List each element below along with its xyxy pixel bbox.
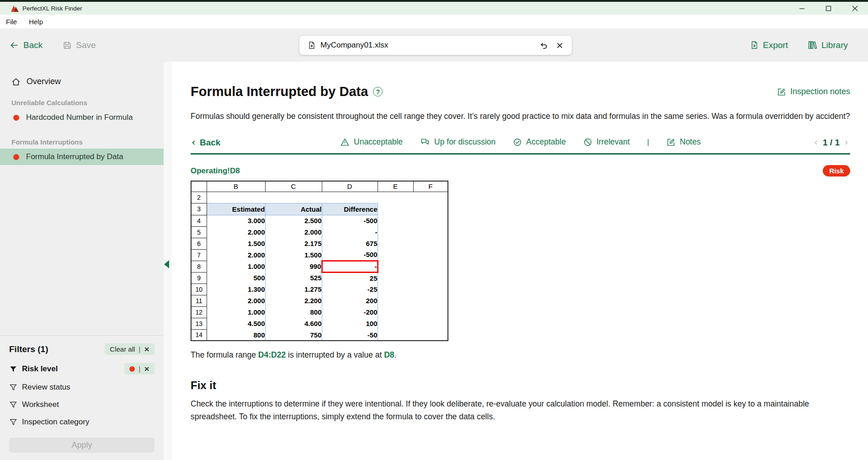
spreadsheet-cell: 2.200 bbox=[265, 295, 322, 306]
empty-cell bbox=[378, 318, 413, 329]
spreadsheet-cell: 800 bbox=[207, 329, 265, 341]
sidebar-collapse-handle[interactable] bbox=[164, 260, 169, 268]
empty-cell bbox=[378, 249, 413, 261]
spreadsheet-cell: -500 bbox=[322, 249, 378, 261]
undo-icon[interactable] bbox=[539, 41, 548, 50]
empty-cell bbox=[413, 203, 448, 215]
export-excel-icon bbox=[750, 40, 759, 50]
open-file-pill[interactable]: MyCompany01.xlsx bbox=[299, 36, 572, 55]
page-prev-icon[interactable] bbox=[813, 139, 819, 146]
risk-filter-close-icon[interactable]: ✕ bbox=[144, 365, 149, 373]
spreadsheet-table: BCDEF23EstimatedActualDifference43.0002.… bbox=[191, 181, 448, 341]
risk-dot-icon bbox=[13, 115, 19, 121]
empty-cell bbox=[378, 283, 413, 295]
main-content: Formula Interrupted by Data ? Inspection… bbox=[172, 62, 868, 460]
spreadsheet-cell: 2.000 bbox=[207, 249, 265, 261]
filter-worksheet[interactable]: Worksheet bbox=[9, 400, 154, 409]
pagination: 1 / 1 bbox=[813, 138, 849, 148]
empty-cell bbox=[378, 203, 413, 215]
help-icon[interactable]: ? bbox=[373, 87, 383, 96]
cell-reference[interactable]: Operating!D8 bbox=[191, 166, 823, 176]
apply-button[interactable]: Apply bbox=[9, 438, 154, 453]
filter-inspection-category[interactable]: Inspection category bbox=[9, 417, 154, 427]
fix-it-body: Check the interruptions to determine if … bbox=[191, 398, 850, 423]
empty-cell bbox=[378, 329, 413, 341]
clear-all-close-icon[interactable]: ✕ bbox=[144, 346, 149, 353]
column-letter: E bbox=[378, 181, 413, 192]
menu-file[interactable]: File bbox=[6, 18, 17, 26]
empty-cell bbox=[413, 295, 448, 306]
chat-bubbles-icon bbox=[420, 138, 430, 147]
spreadsheet-cell: 100 bbox=[322, 318, 378, 329]
spreadsheet-body: BCDEF23EstimatedActualDifference43.0002.… bbox=[191, 181, 448, 341]
review-action-bar: Back Unacceptable Up for discussion Acce… bbox=[191, 137, 850, 155]
row-number: 12 bbox=[191, 306, 207, 318]
up-for-discussion-button[interactable]: Up for discussion bbox=[420, 137, 495, 147]
spreadsheet-cell: 525 bbox=[265, 272, 322, 283]
check-circle-icon bbox=[513, 138, 522, 147]
row-number: 8 bbox=[191, 261, 207, 272]
inspection-notes-button[interactable]: Inspection notes bbox=[777, 87, 850, 96]
risk-dot-icon bbox=[129, 366, 135, 372]
back-button[interactable]: Back bbox=[9, 40, 43, 50]
empty-cell bbox=[207, 192, 448, 203]
empty-cell bbox=[378, 306, 413, 318]
empty-cell bbox=[378, 226, 413, 238]
empty-cell bbox=[413, 272, 448, 283]
warning-triangle-icon bbox=[340, 138, 350, 147]
risk-badge: Risk bbox=[823, 165, 850, 177]
spreadsheet-cell: Estimated bbox=[207, 203, 265, 215]
review-back-button[interactable]: Back bbox=[191, 138, 220, 148]
export-button[interactable]: Export bbox=[750, 40, 788, 50]
page-next-icon[interactable] bbox=[843, 139, 849, 146]
spreadsheet-cell: 1.275 bbox=[265, 283, 322, 295]
spreadsheet-cell: -200 bbox=[322, 306, 378, 318]
row-number: 3 bbox=[191, 203, 207, 215]
funnel-outline-icon bbox=[9, 401, 17, 409]
empty-cell bbox=[378, 272, 413, 283]
maximize-button[interactable] bbox=[815, 2, 841, 15]
section-header-formula-interruptions: Formula Interruptions bbox=[0, 138, 164, 146]
interrupt-cell-ref: D8 bbox=[384, 350, 394, 359]
home-icon bbox=[11, 77, 21, 86]
spreadsheet-cell: 990 bbox=[265, 261, 322, 272]
filename: MyCompany01.xlsx bbox=[320, 41, 532, 50]
sidebar-item-hardcoded-number[interactable]: Hardcoded Number in Formula bbox=[0, 109, 164, 126]
highlighted-cell: - bbox=[322, 261, 378, 272]
risk-level-filter-pill[interactable]: | ✕ bbox=[124, 363, 154, 374]
spreadsheet-cell: 500 bbox=[207, 272, 265, 283]
save-button[interactable]: Save bbox=[63, 40, 96, 50]
spreadsheet-cell: 2.000 bbox=[207, 226, 265, 238]
sidebar-item-overview[interactable]: Overview bbox=[0, 77, 164, 86]
filter-risk-level[interactable]: Risk level | ✕ bbox=[9, 363, 154, 374]
page-indicator: 1 / 1 bbox=[823, 138, 840, 148]
filters-panel: Filters (1) Clear all | ✕ Risk level | ✕ bbox=[0, 335, 164, 460]
empty-cell bbox=[413, 283, 448, 295]
sidebar: Overview Unreliable Calculations Hardcod… bbox=[0, 62, 164, 460]
close-file-icon[interactable] bbox=[556, 42, 564, 49]
no-symbol-icon bbox=[583, 138, 592, 147]
sidebar-item-formula-interrupted[interactable]: Formula Interrupted by Data bbox=[0, 149, 164, 165]
filter-review-status[interactable]: Review status bbox=[9, 383, 154, 392]
app-logo-icon bbox=[11, 5, 19, 12]
close-button[interactable] bbox=[841, 2, 868, 15]
acceptable-button[interactable]: Acceptable bbox=[513, 137, 566, 147]
library-button[interactable]: Library bbox=[807, 40, 848, 50]
funnel-outline-icon bbox=[9, 383, 17, 391]
spreadsheet-cell: 1.300 bbox=[207, 283, 265, 295]
finding-text: The formula range D4:D22 is interrupted … bbox=[191, 350, 850, 360]
notes-button[interactable]: Notes bbox=[666, 137, 701, 147]
clear-all-pill[interactable]: Clear all | ✕ bbox=[105, 343, 154, 355]
filters-title: Filters (1) bbox=[9, 344, 48, 354]
window-title: PerfectXL Risk Finder bbox=[22, 5, 788, 12]
irrelevant-button[interactable]: Irrelevant bbox=[583, 137, 630, 147]
unacceptable-button[interactable]: Unacceptable bbox=[340, 137, 403, 147]
column-letter: F bbox=[413, 181, 448, 192]
inspection-description: Formulas should generally be consistent … bbox=[191, 112, 850, 121]
menu-help[interactable]: Help bbox=[29, 18, 43, 26]
excel-file-icon bbox=[308, 41, 316, 50]
minimize-button[interactable] bbox=[788, 2, 815, 15]
pencil-square-icon bbox=[777, 87, 786, 96]
spreadsheet-cell: 2.000 bbox=[207, 295, 265, 306]
floppy-disk-icon bbox=[63, 41, 72, 50]
